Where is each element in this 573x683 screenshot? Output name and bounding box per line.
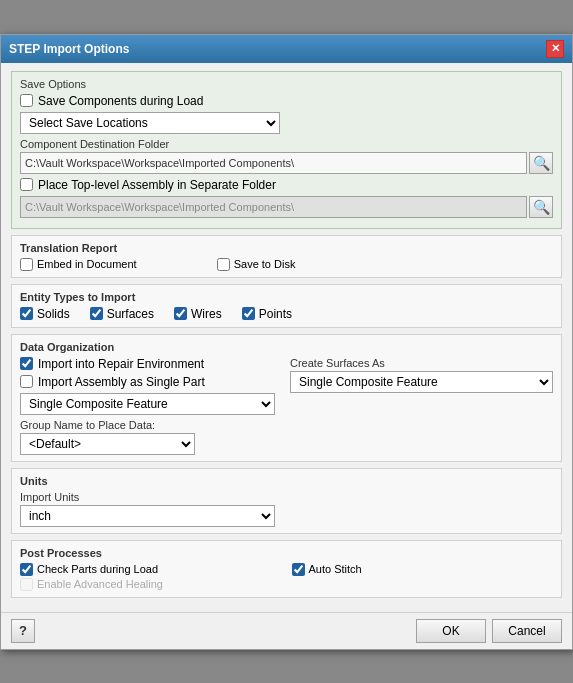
points-label: Points <box>259 307 292 321</box>
close-button[interactable]: ✕ <box>546 40 564 58</box>
enable-healing-label: Enable Advanced Healing <box>37 578 163 590</box>
enable-healing-checkbox[interactable] <box>20 578 33 591</box>
auto-stitch-checkbox[interactable] <box>292 563 305 576</box>
toplevel-path-row: 🔍 <box>20 196 553 218</box>
save-options-label: Save Options <box>20 78 553 90</box>
points-check-item: Points <box>242 307 292 321</box>
translation-report-label: Translation Report <box>20 242 553 254</box>
ok-button[interactable]: OK <box>416 619 486 643</box>
component-dest-input[interactable] <box>20 152 527 174</box>
save-during-load-checkbox[interactable] <box>20 94 33 107</box>
import-repair-row: Import into Repair Environment <box>20 357 280 371</box>
check-parts-checkbox[interactable] <box>20 563 33 576</box>
enable-healing-item: Enable Advanced Healing <box>20 578 282 591</box>
help-button[interactable]: ? <box>11 619 35 643</box>
toplevel-browse-button[interactable]: 🔍 <box>529 196 553 218</box>
units-label: Units <box>20 475 553 487</box>
title-bar: STEP Import Options ✕ <box>1 35 572 63</box>
post-checks-grid: Check Parts during Load Auto Stitch Enab… <box>20 563 553 591</box>
component-dest-path-row: 🔍 <box>20 152 553 174</box>
save-disk-label: Save to Disk <box>234 258 296 270</box>
embed-check-item: Embed in Document <box>20 258 137 271</box>
import-single-part-row: Import Assembly as Single Part <box>20 375 280 389</box>
component-dest-browse-button[interactable]: 🔍 <box>529 152 553 174</box>
solids-label: Solids <box>37 307 70 321</box>
toplevel-path-input[interactable] <box>20 196 527 218</box>
check-parts-item: Check Parts during Load <box>20 563 282 576</box>
create-surfaces-label: Create Surfaces As <box>290 357 553 369</box>
save-options-section: Save Options Save Components during Load… <box>11 71 562 229</box>
entity-checks-row: Solids Surfaces Wires Points <box>20 307 553 321</box>
auto-stitch-label: Auto Stitch <box>309 563 362 575</box>
group-name-dropdown-row: <Default> <box>20 433 280 455</box>
embed-checkbox[interactable] <box>20 258 33 271</box>
post-processes-label: Post Processes <box>20 547 553 559</box>
translation-report-section: Translation Report Embed in Document Sav… <box>11 235 562 278</box>
cancel-button[interactable]: Cancel <box>492 619 562 643</box>
wires-check-item: Wires <box>174 307 222 321</box>
auto-stitch-item: Auto Stitch <box>292 563 554 576</box>
window-title: STEP Import Options <box>9 42 129 56</box>
wires-label: Wires <box>191 307 222 321</box>
units-section: Units Import Units inch <box>11 468 562 534</box>
check-parts-label: Check Parts during Load <box>37 563 158 575</box>
data-org-right-col: Create Surfaces As Single Composite Feat… <box>290 357 553 393</box>
data-org-layout: Import into Repair Environment Import As… <box>20 357 553 455</box>
create-surfaces-dropdown[interactable]: Single Composite Feature <box>290 371 553 393</box>
save-disk-check-item: Save to Disk <box>217 258 296 271</box>
component-dest-label: Component Destination Folder <box>20 138 553 150</box>
translation-checks: Embed in Document Save to Disk <box>20 258 553 271</box>
solids-check-item: Solids <box>20 307 70 321</box>
import-repair-label: Import into Repair Environment <box>38 357 204 371</box>
import-single-part-label: Import Assembly as Single Part <box>38 375 205 389</box>
bottom-bar: ? OK Cancel <box>1 612 572 649</box>
group-name-dropdown[interactable]: <Default> <box>20 433 195 455</box>
import-repair-checkbox[interactable] <box>20 357 33 370</box>
left-composite-dropdown-row: Single Composite Feature <box>20 393 280 415</box>
entity-types-section: Entity Types to Import Solids Surfaces W… <box>11 284 562 328</box>
select-save-locations-dropdown[interactable]: Select Save Locations <box>20 112 280 134</box>
dialog-content: Save Options Save Components during Load… <box>1 63 572 612</box>
data-organization-section: Data Organization Import into Repair Env… <box>11 334 562 462</box>
place-toplevel-row: Place Top-level Assembly in Separate Fol… <box>20 178 553 192</box>
import-units-dropdown[interactable]: inch <box>20 505 275 527</box>
ok-cancel-group: OK Cancel <box>416 619 562 643</box>
step-import-dialog: STEP Import Options ✕ Save Options Save … <box>0 34 573 650</box>
data-org-label: Data Organization <box>20 341 553 353</box>
surfaces-label: Surfaces <box>107 307 154 321</box>
post-processes-section: Post Processes Check Parts during Load A… <box>11 540 562 598</box>
surfaces-check-item: Surfaces <box>90 307 154 321</box>
save-during-load-row: Save Components during Load <box>20 94 553 108</box>
embed-label: Embed in Document <box>37 258 137 270</box>
save-during-load-label: Save Components during Load <box>38 94 203 108</box>
import-single-part-checkbox[interactable] <box>20 375 33 388</box>
select-save-locations-row: Select Save Locations <box>20 112 553 134</box>
surfaces-checkbox[interactable] <box>90 307 103 320</box>
solids-checkbox[interactable] <box>20 307 33 320</box>
wires-checkbox[interactable] <box>174 307 187 320</box>
group-name-label: Group Name to Place Data: <box>20 419 280 431</box>
left-composite-dropdown[interactable]: Single Composite Feature <box>20 393 275 415</box>
data-org-left-col: Import into Repair Environment Import As… <box>20 357 280 455</box>
entity-types-label: Entity Types to Import <box>20 291 553 303</box>
import-units-label: Import Units <box>20 491 553 503</box>
place-toplevel-checkbox[interactable] <box>20 178 33 191</box>
place-toplevel-label: Place Top-level Assembly in Separate Fol… <box>38 178 276 192</box>
save-disk-checkbox[interactable] <box>217 258 230 271</box>
points-checkbox[interactable] <box>242 307 255 320</box>
